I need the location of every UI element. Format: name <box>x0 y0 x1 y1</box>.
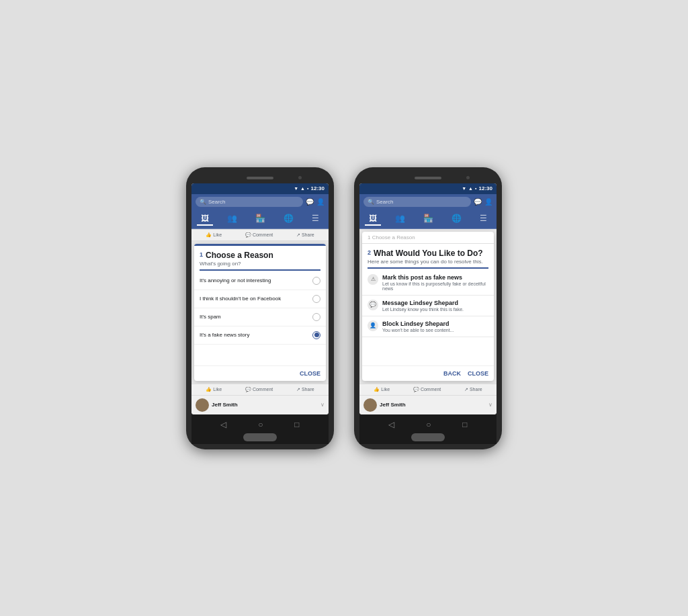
wifi-icon-2: ▼ <box>462 186 466 191</box>
fake-news-desc: Let us know if this is purposefully fake… <box>382 281 488 291</box>
radio-option-3[interactable]: It's a fake news story <box>194 326 326 345</box>
share-btn-bottom-2[interactable]: ↗ Share <box>464 387 482 392</box>
radio-option-0[interactable]: It's annoying or not interesting <box>194 272 326 290</box>
block-icon: 👤 <box>368 320 378 331</box>
action-item-text-1: Message Lindsey Shepard Let Lindsey know… <box>382 300 488 312</box>
comment-btn-bottom-2[interactable]: 💬 Comment <box>413 387 441 392</box>
nav-tabs-1: 🖼 👥 🏪 🌐 ☰ <box>191 210 329 229</box>
share-btn-top-1[interactable]: ↗ Share <box>296 232 314 238</box>
share-label-bottom-2: Share <box>470 387 482 392</box>
like-icon-bottom-2: 👍 <box>374 387 380 392</box>
chevron-1: ∨ <box>320 402 325 408</box>
comment-icon-bottom-1: 💬 <box>245 387 251 392</box>
comment-icon-top-1: 💬 <box>245 232 251 238</box>
modal-divider-1 <box>200 269 320 271</box>
action-bar-bottom-1: 👍 Like 💬 Comment ↗ Share <box>191 384 329 396</box>
fake-news-title: Mark this post as fake news <box>382 274 488 281</box>
tab-marketplace-1[interactable]: 🏪 <box>251 212 269 226</box>
like-icon-top-1: 👍 <box>206 232 212 238</box>
messenger-icon-1[interactable]: 💬 <box>306 198 314 206</box>
tab-globe-1[interactable]: 🌐 <box>280 212 298 226</box>
radio-circle-2[interactable] <box>312 313 320 321</box>
nav-tabs-2: 🖼 👥 🏪 🌐 ☰ <box>359 210 497 229</box>
modal-heading-1: Choose a Reason <box>206 251 273 260</box>
action-bar-bottom-2: 👍 Like 💬 Comment ↗ Share <box>359 384 497 396</box>
header-icons-1: 💬 👤 <box>306 198 325 206</box>
tab-friends-1[interactable]: 👥 <box>223 212 241 226</box>
comment-icon-bottom-2: 💬 <box>413 387 419 392</box>
action-item-message[interactable]: 💬 Message Lindsey Shepard Let Lindsey kn… <box>362 296 494 316</box>
signal-icon-2: ▲ <box>468 186 473 191</box>
recent-btn-1[interactable]: □ <box>294 420 299 429</box>
status-bar-1: ▼ ▲ ▪ 12:30 <box>191 183 329 194</box>
recent-btn-2[interactable]: □ <box>462 420 467 429</box>
share-btn-bottom-1[interactable]: ↗ Share <box>296 387 314 392</box>
block-desc: You won't be able to see content... <box>382 328 488 333</box>
phone-speaker-1 <box>247 177 273 179</box>
share-label-top-1: Share <box>302 232 314 237</box>
battery-icon-2: ▪ <box>475 186 476 191</box>
back-button-2[interactable]: BACK <box>443 370 461 377</box>
message-icon: 💬 <box>368 300 378 310</box>
messenger-icon-2[interactable]: 💬 <box>474 198 482 206</box>
home-btn-1[interactable]: ○ <box>258 420 263 429</box>
comment-label-bottom-1: Comment <box>253 387 273 392</box>
signal-icon-1: ▲ <box>300 186 305 191</box>
search-text-1: Search <box>208 199 225 205</box>
search-text-2: Search <box>376 199 393 205</box>
action-item-block[interactable]: 👤 Block Lindsey Shepard You won't be abl… <box>362 316 494 337</box>
radio-circle-1[interactable] <box>312 295 320 303</box>
share-icon-bottom-1: ↗ <box>296 387 300 392</box>
radio-circle-3[interactable] <box>312 331 320 339</box>
status-bar-2: ▼ ▲ ▪ 12:30 <box>359 183 497 194</box>
scene: ▼ ▲ ▪ 12:30 🔍 Search 💬 👤 🖼 👥 <box>186 167 502 449</box>
action-item-fake-news[interactable]: ⚠ Mark this post as fake news Let us kno… <box>362 270 494 296</box>
tab-globe-2[interactable]: 🌐 <box>447 212 466 226</box>
back-btn-1[interactable]: ◁ <box>220 420 226 429</box>
close-button-1[interactable]: CLOSE <box>300 370 320 377</box>
action-item-text-2: Block Lindsey Shepard You won't be able … <box>382 320 488 333</box>
search-icon-2: 🔍 <box>368 199 374 205</box>
search-icon-1: 🔍 <box>200 199 206 205</box>
like-label-bottom-1: Like <box>213 387 222 392</box>
search-bar-1[interactable]: 🔍 Search <box>196 197 303 207</box>
phone-camera-2 <box>466 176 470 179</box>
phone-top-bar-2 <box>359 173 497 183</box>
back-btn-2[interactable]: ◁ <box>388 420 394 429</box>
phone-screen-1: ▼ ▲ ▪ 12:30 🔍 Search 💬 👤 🖼 👥 <box>191 183 329 414</box>
post-footer-2: Jeff Smith ∨ <box>359 396 497 414</box>
tab-friends-2[interactable]: 👥 <box>391 212 409 226</box>
modal-title-1: 1 Choose a Reason What's going on? <box>194 246 326 272</box>
modal-subtitle-2: Here are some things you can do to resol… <box>368 259 488 265</box>
home-btn-2[interactable]: ○ <box>426 420 431 429</box>
phone-bottom-2: ◁ ○ □ <box>359 414 497 444</box>
like-btn-bottom-1[interactable]: 👍 Like <box>206 387 222 392</box>
tab-feed-1[interactable]: 🖼 <box>197 212 213 226</box>
step-indicator-2: 1 Choose a Reason <box>362 232 494 244</box>
modal-heading-2: What Would You Like to Do? <box>374 249 483 258</box>
like-btn-bottom-2[interactable]: 👍 Like <box>374 387 390 392</box>
like-icon-bottom-1: 👍 <box>206 387 212 392</box>
like-btn-top-1[interactable]: 👍 Like <box>206 232 222 238</box>
tab-menu-2[interactable]: ☰ <box>476 212 491 226</box>
comment-btn-top-1[interactable]: 💬 Comment <box>245 232 273 238</box>
tab-marketplace-2[interactable]: 🏪 <box>419 212 437 226</box>
comment-btn-bottom-1[interactable]: 💬 Comment <box>245 387 273 392</box>
block-title: Block Lindsey Shepard <box>382 320 488 327</box>
comment-label-top-1: Comment <box>253 232 273 237</box>
tab-menu-1[interactable]: ☰ <box>308 212 323 226</box>
radio-circle-0[interactable] <box>312 277 320 285</box>
like-label-bottom-2: Like <box>381 387 390 392</box>
radio-option-1[interactable]: I think it shouldn't be on Facebook <box>194 290 326 308</box>
battery-icon-1: ▪ <box>307 186 308 191</box>
friends-icon-1[interactable]: 👤 <box>316 198 325 206</box>
search-bar-2[interactable]: 🔍 Search <box>363 197 471 207</box>
step-number-1: 1 <box>200 251 203 258</box>
avatar-1 <box>196 398 209 412</box>
tab-feed-2[interactable]: 🖼 <box>365 212 381 226</box>
option-label-2: It's spam <box>200 314 221 320</box>
radio-option-2[interactable]: It's spam <box>194 308 326 326</box>
post-name-2: Jeff Smith <box>380 402 406 408</box>
friends-icon-2[interactable]: 👤 <box>484 198 492 206</box>
close-button-2[interactable]: CLOSE <box>468 370 488 377</box>
